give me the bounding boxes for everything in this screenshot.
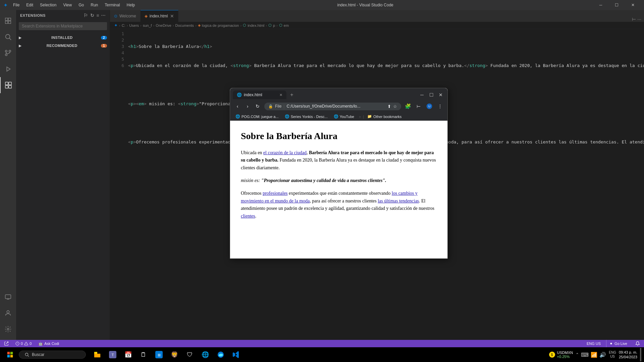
bc-documents[interactable]: OneDrive [156, 23, 171, 27]
taskbar-brave-browser[interactable]: 🦁 [167, 347, 182, 362]
stock-info[interactable]: $ USDMXN +0.25% [549, 351, 573, 359]
profile-icon[interactable]: U [425, 102, 434, 111]
close-button[interactable]: ✕ [625, 0, 641, 10]
more-tabs-icon[interactable]: ··· [637, 16, 641, 22]
taskbar-edge-app[interactable] [213, 347, 228, 362]
bc-strong[interactable]: em [284, 23, 289, 27]
tendencias-link[interactable]: las últimas tendencias [378, 198, 419, 203]
refresh-icon[interactable]: ↻ [90, 13, 95, 18]
svg-line-32 [28, 356, 29, 357]
bookmark-series[interactable]: 🌐 Series Yonkis - Desc... [282, 114, 330, 119]
taskbar-shield-app[interactable]: 🛡 [182, 347, 197, 362]
browser-address-bar[interactable]: 🔒 File | C:/Users/sun_f/OneDrive/Documen… [264, 103, 401, 110]
activity-bar [0, 10, 16, 340]
bc-users[interactable]: C: [122, 23, 125, 27]
show-desktop-button[interactable] [640, 348, 641, 361]
taskbar-chrome-app[interactable]: 🌐 [198, 347, 213, 362]
activity-debug[interactable] [0, 61, 16, 77]
taskbar-chat-app[interactable]: T [105, 347, 120, 362]
pog-label: POG.COM: juegue a... [241, 115, 279, 119]
tab-indexhtml[interactable]: ◈ index.html ✕ [141, 10, 178, 22]
maximize-button[interactable]: ☐ [609, 0, 625, 10]
browser-split-icon[interactable]: ⊢ [414, 102, 423, 111]
volume-icon[interactable]: 🔊 [599, 352, 606, 358]
activity-explorer[interactable] [0, 13, 16, 29]
svg-line-5 [9, 38, 11, 40]
share-icon[interactable]: ⬆ [387, 104, 391, 109]
menu-view[interactable]: View [60, 2, 74, 8]
activity-extensions[interactable] [0, 77, 16, 93]
menu-help[interactable]: Help [124, 2, 138, 8]
status-errors[interactable]: 0 0 [14, 342, 33, 346]
menu-edit[interactable]: Edit [23, 2, 36, 8]
menu-file[interactable]: File [10, 2, 22, 8]
bc-indexhtml[interactable]: logica de progamacion [202, 23, 239, 27]
filter-icon[interactable]: ⚐ [84, 13, 88, 18]
lang-label: ENG US [587, 342, 601, 346]
browser-active-tab[interactable]: 🌐 index.html ✕ [233, 90, 286, 99]
browser-refresh-button[interactable]: ↻ [253, 102, 262, 111]
taskbar-explorer-app[interactable] [90, 347, 105, 362]
bookmark-pog[interactable]: 🌐 POG.COM: juegue a... [233, 114, 281, 119]
taskbar-store-app[interactable]: ⊞ [152, 347, 166, 362]
bc-em[interactable]: p [273, 23, 275, 27]
menu-terminal[interactable]: Terminal [102, 2, 122, 8]
activity-account[interactable] [0, 305, 16, 321]
extensions-search-input[interactable] [19, 22, 107, 30]
taskbar-calendar-app[interactable]: 📅 [121, 347, 136, 362]
taskbar-clock[interactable]: 09:43 p. m. 25/04/2023 [619, 350, 637, 360]
taskbar-sticky-app[interactable]: 🗒 [136, 347, 151, 362]
network-icon[interactable]: 📶 [591, 352, 597, 358]
activity-remote[interactable] [0, 289, 16, 305]
bc-sunf[interactable]: Users [129, 23, 139, 27]
menu-go[interactable]: Go [76, 2, 87, 8]
browser-tab-close-icon[interactable]: ✕ [279, 93, 282, 97]
new-tab-button[interactable]: + [287, 90, 297, 100]
recommended-section-header[interactable]: ▶ RECOMMENDED 1 [16, 42, 110, 49]
activity-search[interactable] [0, 29, 16, 45]
taskbar-vscode-app[interactable] [229, 347, 244, 362]
lang-indicator[interactable]: ENGUS [609, 351, 616, 359]
chevron-up-icon[interactable]: ⌃ [576, 352, 579, 357]
ask-codi-button[interactable]: 🤖 Ask Codi [37, 342, 60, 346]
browser-minimize[interactable]: ─ [418, 91, 426, 99]
views-icon[interactable]: ≡ [96, 13, 99, 18]
tab-welcome[interactable]: ⊙ Welcome [110, 10, 141, 22]
split-editor-icon[interactable]: ⊢ [632, 16, 636, 22]
menu-selection[interactable]: Selection [37, 2, 59, 8]
browser-maximize[interactable]: ☐ [427, 91, 435, 99]
profesionales-link[interactable]: profesionales [263, 191, 288, 196]
go-live-button[interactable]: Go Live [606, 340, 630, 347]
browser-back-button[interactable]: ‹ [233, 102, 242, 111]
bc-logica[interactable]: Documents [175, 23, 194, 27]
browser-close[interactable]: ✕ [437, 91, 445, 99]
installed-section-header[interactable]: ▶ INSTALLED 2 [16, 34, 110, 41]
activity-source-control[interactable] [0, 45, 16, 61]
bc-p[interactable]: index.html [248, 23, 264, 27]
page-heading: Sobre la Barbería Alura [241, 129, 437, 144]
notifications-icon[interactable] [634, 341, 641, 346]
status-left: 0 0 🤖 Ask Codi [3, 341, 60, 346]
more-icon[interactable]: ··· [101, 13, 106, 18]
status-remote[interactable] [3, 341, 10, 346]
taskbar-search-box[interactable]: Buscar [19, 351, 86, 359]
pog-icon: 🌐 [235, 114, 240, 119]
bookmark-youtube[interactable]: 🌐 YouTube [331, 114, 357, 119]
start-button[interactable] [3, 347, 17, 362]
corazon-link[interactable]: el corazón de la ciudad [263, 150, 307, 155]
activity-settings[interactable] [0, 321, 16, 337]
bookmark-other[interactable]: 📁 Other bookmarks [365, 114, 404, 119]
bookmark-icon[interactable]: ☆ [393, 104, 397, 109]
clientes-link[interactable]: clientes [241, 214, 255, 219]
browser-menu-icon[interactable]: ⋮ [435, 102, 445, 111]
menu-run[interactable]: Run [88, 2, 101, 8]
bc-onedrive[interactable]: sun_f [143, 23, 152, 27]
indexhtml-tab-close[interactable]: ✕ [170, 13, 174, 19]
keyboard-icon[interactable]: ⌨ [581, 352, 589, 358]
svg-point-18 [7, 311, 9, 313]
status-lang[interactable]: ENG US [585, 342, 602, 346]
bc-sep-0: › [119, 23, 120, 27]
browser-forward-button[interactable]: › [243, 102, 252, 111]
minimize-button[interactable]: ─ [593, 0, 608, 10]
extensions-puzzle-icon[interactable]: 🧩 [403, 102, 413, 111]
